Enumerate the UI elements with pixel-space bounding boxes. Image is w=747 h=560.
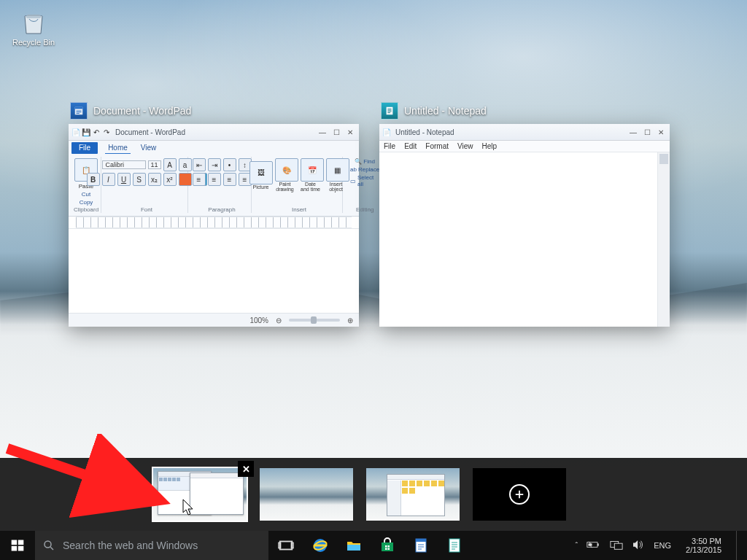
svg-rect-10 bbox=[280, 542, 293, 550]
taskbar-app-explorer[interactable] bbox=[337, 531, 371, 560]
ie-icon bbox=[311, 537, 329, 554]
paint-label: Paint drawing bbox=[275, 182, 295, 192]
qat-icon: 📄 bbox=[71, 128, 80, 136]
taskview-window-header: Document - WordPad bbox=[69, 102, 359, 124]
find-icon: 🔍 bbox=[355, 158, 362, 165]
insert-group-label: Insert bbox=[256, 206, 342, 213]
svg-rect-18 bbox=[388, 545, 390, 548]
store-icon bbox=[379, 537, 396, 554]
font-group-label: Font bbox=[106, 206, 187, 213]
clipboard-group-label: Clipboard bbox=[71, 206, 101, 213]
close-desktop-button[interactable]: ✕ bbox=[238, 461, 254, 477]
taskview-window-title: Untitled - Notepad bbox=[404, 105, 487, 117]
datetime-icon: 📅 bbox=[301, 158, 324, 182]
recycle-bin-icon[interactable]: Recycle Bin bbox=[10, 7, 57, 47]
taskview-icon bbox=[278, 537, 294, 553]
italic-icon: I bbox=[102, 173, 115, 186]
notepad-doc-icon: 📄 bbox=[382, 128, 391, 136]
recycle-bin-label: Recycle Bin bbox=[10, 38, 57, 47]
taskview-window-notepad[interactable]: Untitled - Notepad 📄 Untitled - Notepad … bbox=[379, 102, 670, 327]
show-desktop-button[interactable] bbox=[736, 531, 741, 560]
taskview-window-title: Document - WordPad bbox=[93, 105, 191, 117]
tray-chevron-up-icon[interactable]: ˆ bbox=[576, 541, 578, 550]
taskbar-search[interactable]: Search the web and Windows bbox=[35, 531, 268, 560]
paragraph-group-label: Paragraph bbox=[193, 206, 251, 213]
wordpad-document-area bbox=[69, 228, 359, 313]
language-indicator[interactable]: ENG bbox=[654, 541, 671, 550]
taskview-window-wordpad[interactable]: Document - WordPad 📄 💾 ↶ ↷ Document - Wo… bbox=[69, 102, 359, 327]
ribbon-tab-file: File bbox=[71, 142, 98, 154]
virtual-desktop-3[interactable] bbox=[366, 468, 460, 521]
taskbar-app-ie[interactable] bbox=[303, 531, 337, 560]
taskbar: Search the web and Windows ˆ ENG bbox=[0, 531, 747, 560]
maximize-icon: ☐ bbox=[333, 128, 340, 136]
underline-icon: U bbox=[117, 173, 131, 186]
svg-rect-20 bbox=[388, 548, 390, 551]
wordpad-ribbon: File Home View 📋 Paste Cut Copy Clipboar… bbox=[69, 141, 359, 217]
wordpad-titlebar: 📄 💾 ↶ ↷ Document - WordPad — ☐ ✕ bbox=[69, 124, 359, 141]
taskbar-app-notepad[interactable] bbox=[438, 531, 471, 560]
svg-rect-6 bbox=[12, 546, 18, 551]
close-icon: ✕ bbox=[347, 128, 353, 136]
svg-rect-23 bbox=[449, 539, 460, 552]
search-icon bbox=[42, 539, 55, 552]
object-label: Insert object bbox=[326, 182, 347, 192]
svg-rect-15 bbox=[347, 545, 360, 551]
notepad-window-preview: 📄 Untitled - Notepad — ☐ ✕ File Edit For… bbox=[379, 124, 670, 327]
notepad-scrollbar bbox=[657, 152, 670, 327]
bold-icon: B bbox=[87, 173, 100, 186]
svg-rect-19 bbox=[385, 548, 387, 551]
sub-icon: x₂ bbox=[148, 173, 161, 186]
align-left-icon: ≡ bbox=[193, 173, 206, 186]
notepad-text-area bbox=[379, 152, 670, 327]
svg-point-8 bbox=[44, 541, 51, 548]
network-icon[interactable] bbox=[610, 540, 623, 551]
taskbar-clock[interactable]: 3:50 PM 2/13/2015 bbox=[680, 537, 727, 554]
dec-indent-icon: ⇤ bbox=[193, 158, 206, 171]
picture-label: Picture bbox=[249, 184, 273, 190]
svg-rect-2 bbox=[387, 107, 393, 115]
clock-time: 3:50 PM bbox=[686, 537, 721, 545]
zoom-slider bbox=[289, 319, 340, 322]
wordpad-ruler bbox=[76, 217, 352, 228]
svg-rect-16 bbox=[382, 542, 393, 551]
search-placeholder: Search the web and Windows bbox=[63, 540, 198, 551]
clock-date: 2/13/2015 bbox=[686, 545, 721, 554]
svg-line-9 bbox=[50, 547, 53, 550]
svg-rect-22 bbox=[416, 539, 426, 542]
start-button[interactable] bbox=[0, 531, 35, 560]
wordpad-window-title-text: Document - WordPad bbox=[115, 128, 319, 136]
notepad-titlebar: 📄 Untitled - Notepad — ☐ ✕ bbox=[379, 124, 670, 141]
taskbar-app-store[interactable] bbox=[371, 531, 404, 560]
datetime-label: Date and time bbox=[301, 182, 321, 192]
align-right-icon: ≡ bbox=[223, 173, 236, 186]
taskbar-app-wordpad[interactable] bbox=[404, 531, 438, 560]
windows-logo-icon bbox=[10, 538, 25, 553]
replace-icon: ab bbox=[350, 166, 357, 173]
ribbon-tab-home: Home bbox=[105, 142, 131, 154]
menu-help: Help bbox=[482, 142, 498, 150]
bullets-icon: • bbox=[223, 158, 236, 171]
folder-icon bbox=[345, 537, 363, 554]
minimize-icon: — bbox=[319, 128, 326, 136]
volume-icon[interactable] bbox=[632, 540, 645, 551]
editing-group-label: Editing bbox=[347, 206, 382, 213]
virtual-desktop-2[interactable] bbox=[260, 468, 353, 521]
highlight-icon bbox=[179, 173, 192, 186]
replace-label: Replace bbox=[358, 166, 379, 173]
minimize-icon: — bbox=[630, 128, 637, 136]
qat-save-icon: 💾 bbox=[82, 128, 90, 136]
qat-undo-icon: ↶ bbox=[92, 128, 101, 136]
close-icon: ✕ bbox=[658, 128, 664, 136]
zoom-percent: 100% bbox=[249, 316, 268, 324]
system-tray[interactable]: ˆ ENG 3:50 PM 2/13/2015 bbox=[570, 531, 747, 560]
new-desktop-button[interactable] bbox=[473, 468, 566, 521]
svg-rect-7 bbox=[18, 546, 24, 551]
virtual-desktop-1[interactable]: ✕ bbox=[153, 468, 247, 521]
battery-icon[interactable] bbox=[587, 540, 601, 551]
svg-rect-4 bbox=[12, 540, 18, 545]
shrink-font-icon: a bbox=[179, 158, 192, 171]
menu-edit: Edit bbox=[404, 142, 417, 150]
taskview-button[interactable] bbox=[268, 531, 303, 560]
zoom-out-icon: ⊖ bbox=[276, 316, 282, 324]
